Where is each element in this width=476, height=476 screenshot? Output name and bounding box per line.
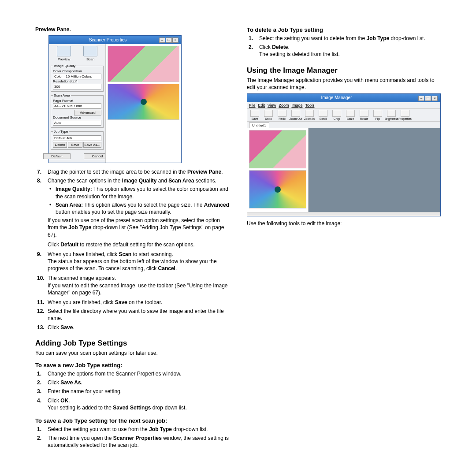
image-manager-window: Image Manager –□× FileEditViewZoomImageT… (247, 93, 441, 216)
image-manager-intro: The Image Manager application provides y… (247, 77, 441, 91)
im-thumb-2[interactable] (249, 170, 306, 208)
image-manager-after: Use the following tools to edit the imag… (247, 220, 441, 227)
image-manager-title: Image Manager (321, 95, 352, 101)
tool-save[interactable]: Save (248, 110, 261, 120)
image-quality-group: Image Quality Color Composition Color - … (51, 64, 104, 92)
tool-scale[interactable]: Scale (344, 110, 357, 120)
tool-properties[interactable]: Properties (398, 110, 412, 120)
scan-area-group: Scan Area Page Format A4 - 210x297 mm Ad… (51, 93, 104, 128)
tool-zoom-out[interactable]: Zoom Out (289, 110, 302, 120)
scanner-properties-window: Scanner Properties –□× Preview Scan Imag… (48, 35, 182, 163)
advanced-button[interactable]: Advanced (74, 110, 101, 115)
tool-scroll[interactable]: Scroll (316, 110, 330, 120)
heading-adding-job-type: Adding Job Type Settings (35, 339, 229, 348)
tool-undo[interactable]: Undo (262, 110, 275, 120)
image-manager-canvas[interactable] (309, 128, 440, 212)
step-8: Change the scan options in the Image Qua… (35, 177, 229, 248)
save-new-steps: Change the options from the Scanner Prop… (35, 370, 229, 411)
crop-icon (332, 110, 341, 117)
page-footer: Scanning_ 67 (0, 472, 476, 476)
doc-source-select[interactable]: Auto (53, 120, 101, 126)
heading-save-new: To save a new Job Type setting: (35, 362, 229, 368)
heading-delete: To delete a Job Type setting (247, 26, 441, 33)
save-icon (250, 110, 259, 117)
zoom-out-icon (291, 110, 300, 117)
im-thumb-1[interactable] (249, 130, 306, 168)
right-column: To delete a Job Type setting Select the … (247, 26, 441, 455)
step-9: When you have finished, click Scan to st… (35, 251, 229, 272)
default-button[interactable]: Default (43, 153, 71, 159)
properties-icon (401, 110, 409, 117)
save-next-steps: Select the setting you want to use from … (35, 426, 229, 449)
job-type-select[interactable]: Default Job (53, 135, 101, 141)
brightness-icon (387, 110, 396, 117)
delete-button[interactable]: Delete (53, 142, 67, 148)
flip-icon (373, 110, 382, 117)
heading-image-manager: Using the Image Manager (247, 66, 441, 75)
zoom-in-icon (305, 110, 314, 117)
window-controls: –□× (159, 37, 178, 43)
image-tab[interactable]: Untitled1 (249, 123, 269, 128)
step-10: The scanned image appears. If you want t… (35, 275, 229, 296)
tool-zoom-in[interactable]: Zoom In (303, 110, 316, 120)
left-column: Preview Pane. Scanner Properties –□× Pre… (35, 26, 229, 455)
image-manager-menubar[interactable]: FileEditViewZoomImageTools (247, 102, 440, 109)
tool-flip[interactable]: Flip (371, 110, 384, 120)
tool-redo[interactable]: Redo (275, 110, 289, 120)
preview-thumb-1 (108, 46, 179, 82)
tool-rotate[interactable]: Rotate (357, 110, 371, 120)
rotate-icon (360, 110, 368, 117)
adding-intro: You can save your scan option settings f… (35, 350, 229, 357)
color-composition-select[interactable]: Color - 16 Million Colors (53, 74, 101, 79)
image-manager-thumbs (247, 128, 309, 212)
undo-icon (264, 110, 273, 117)
im-window-controls: –□× (418, 95, 438, 101)
steps-list: Drag the pointer to set the image area t… (35, 168, 229, 331)
image-manager-toolbar: Save Undo Redo Zoom Out Zoom In Scroll C… (247, 109, 440, 122)
step-11: When you are finished, click Save on the… (35, 299, 229, 306)
scan-button[interactable]: Scan (80, 46, 101, 61)
scale-icon (346, 110, 355, 117)
step-13: Click Save. (35, 324, 229, 331)
redo-icon (278, 110, 286, 117)
scan-icon (83, 46, 97, 56)
save-as-button[interactable]: Save As... (83, 142, 101, 148)
scanner-window-title: Scanner Properties (89, 37, 127, 42)
page-format-select[interactable]: A4 - 210x297 mm (53, 103, 101, 109)
heading-save-next: To save a Job Type setting for the next … (35, 417, 229, 424)
resolution-select[interactable]: 300 (53, 84, 101, 89)
preview-pane-label: Preview Pane. (35, 26, 229, 33)
preview-button[interactable]: Preview (53, 46, 74, 61)
preview-pane-area[interactable] (105, 44, 181, 163)
step-7: Drag the pointer to set the image area t… (35, 168, 229, 175)
step-12: Select the file directory where you want… (35, 308, 229, 322)
preview-icon (57, 46, 71, 56)
preview-thumb-2 (108, 84, 179, 120)
delete-steps: Select the setting you want to delete fr… (247, 35, 441, 58)
scroll-icon (319, 110, 327, 117)
job-type-group: Job Type Default Job Delete Save Save As… (51, 130, 104, 150)
tool-brightness[interactable]: Brightness (385, 110, 398, 120)
tool-crop[interactable]: Crop (330, 110, 343, 120)
save-button[interactable]: Save (68, 142, 82, 148)
